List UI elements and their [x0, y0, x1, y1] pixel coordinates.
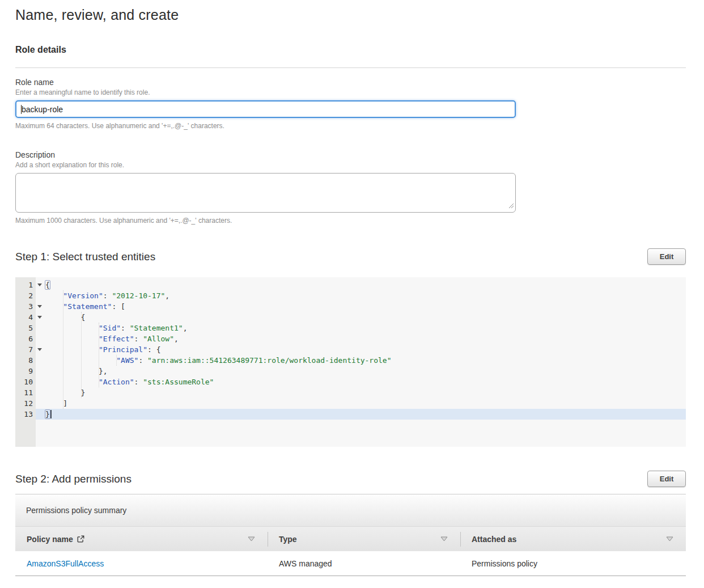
permissions-panel-title: Permissions policy summary — [15, 494, 686, 526]
fold-arrow-icon[interactable] — [37, 316, 42, 319]
code-text: { — [45, 280, 50, 290]
line-number: 5 — [15, 323, 36, 333]
editor-line-5[interactable]: 5 "Sid": "Statement1", — [15, 323, 686, 333]
fold-gutter — [36, 377, 45, 387]
editor-line-4[interactable]: 4 { — [15, 312, 686, 323]
step1-header: Step 1: Select trusted entities Edit — [15, 248, 686, 265]
role-name-constraint: Maximum 64 characters. Use alphanumeric … — [15, 122, 686, 130]
fold-gutter — [36, 290, 45, 301]
code-text: "Effect": "Allow", — [45, 333, 179, 344]
policy-name-link[interactable]: AmazonS3FullAccess — [27, 559, 104, 568]
filter-triangle-icon[interactable] — [248, 536, 255, 542]
code-text: "Sid": "Statement1", — [45, 323, 187, 333]
fold-gutter — [36, 333, 45, 344]
section-divider — [15, 67, 686, 68]
fold-gutter — [36, 387, 45, 398]
column-header-label: Attached as — [472, 535, 516, 544]
table-row: AmazonS3FullAccessAWS managedPermissions… — [15, 551, 686, 576]
fold-gutter — [36, 280, 45, 290]
page-title: Name, review, and create — [15, 7, 686, 23]
editor-line-9[interactable]: 9 }, — [15, 366, 686, 377]
editor-line-12[interactable]: 12 ] — [15, 398, 686, 409]
code-text: "Principal": { — [45, 344, 161, 355]
code-text: ] — [45, 398, 67, 409]
code-text: { — [45, 312, 85, 323]
code-text: "Action": "sts:AssumeRole" — [45, 377, 214, 387]
description-help: Add a short explanation for this role. — [15, 161, 686, 169]
permissions-table-header: Policy nameTypeAttached as — [15, 526, 686, 551]
editor-text-cursor — [50, 410, 52, 418]
fold-gutter — [36, 344, 45, 355]
text-caret — [21, 105, 22, 114]
code-text: "Version": "2012-10-17", — [45, 290, 169, 301]
role-name-field: Role name Enter a meaningful name to ide… — [15, 78, 686, 130]
step1-edit-button[interactable]: Edit — [647, 248, 686, 265]
step2-header: Step 2: Add permissions Edit — [15, 471, 686, 487]
line-number: 1 — [15, 280, 36, 290]
description-textarea[interactable] — [15, 173, 516, 213]
line-number: 7 — [15, 344, 36, 355]
fold-gutter — [36, 409, 45, 420]
editor-line-1[interactable]: 1{ — [15, 280, 686, 290]
column-header-attached-as[interactable]: Attached as — [460, 527, 686, 551]
code-text: "AWS": "arn:aws:iam::541263489771:role/w… — [45, 355, 392, 366]
fold-gutter — [36, 323, 45, 333]
filter-triangle-icon[interactable] — [440, 536, 448, 542]
filter-triangle-icon[interactable] — [666, 536, 673, 542]
permissions-table-body: AmazonS3FullAccessAWS managedPermissions… — [15, 551, 686, 576]
description-field: Description Add a short explanation for … — [15, 150, 686, 225]
editor-line-3[interactable]: 3 "Statement": [ — [15, 301, 686, 312]
fold-arrow-icon[interactable] — [37, 348, 42, 351]
fold-gutter — [36, 301, 45, 312]
line-number: 4 — [15, 312, 36, 323]
code-text: }, — [45, 366, 108, 377]
editor-line-10[interactable]: 10 "Action": "sts:AssumeRole" — [15, 377, 686, 387]
editor-line-13[interactable]: 13} — [15, 409, 686, 420]
step2-heading: Step 2: Add permissions — [15, 473, 132, 485]
role-name-label: Role name — [15, 78, 686, 87]
line-number: 6 — [15, 333, 36, 344]
editor-line-7[interactable]: 7 "Principal": { — [15, 344, 686, 355]
line-number: 9 — [15, 366, 36, 377]
column-header-label: Policy name — [27, 535, 73, 544]
fold-arrow-icon[interactable] — [37, 284, 42, 286]
code-text: "Statement": [ — [45, 301, 125, 312]
external-link-icon — [77, 535, 84, 543]
role-details-heading: Role details — [15, 45, 686, 55]
role-details-section: Role details Role name Enter a meaningfu… — [15, 45, 686, 225]
code-text: } — [45, 409, 52, 420]
description-constraint: Maximum 1000 characters. Use alphanumeri… — [15, 217, 686, 225]
editor-line-6[interactable]: 6 "Effect": "Allow", — [15, 333, 686, 344]
fold-gutter — [36, 355, 45, 366]
line-number: 8 — [15, 355, 36, 366]
line-number: 3 — [15, 301, 36, 312]
fold-gutter — [36, 366, 45, 377]
attached-as-value: Permissions policy — [460, 559, 686, 568]
iam-create-role-review-page: Name, review, and create Role details Ro… — [0, 7, 704, 588]
editor-line-8[interactable]: 8 "AWS": "arn:aws:iam::541263489771:role… — [15, 355, 686, 366]
role-name-input[interactable] — [15, 100, 516, 118]
role-name-help: Enter a meaningful name to identify this… — [15, 88, 686, 96]
code-text: } — [45, 387, 85, 398]
column-header-policy-name[interactable]: Policy name — [15, 527, 268, 551]
fold-gutter — [36, 398, 45, 409]
permissions-summary-panel: Permissions policy summary Policy nameTy… — [15, 494, 686, 576]
trust-policy-editor[interactable]: 1{2 "Version": "2012-10-17",3 "Statement… — [15, 277, 686, 447]
editor-line-2[interactable]: 2 "Version": "2012-10-17", — [15, 290, 686, 301]
line-number: 10 — [15, 377, 36, 387]
line-number: 2 — [15, 290, 36, 301]
step1-heading: Step 1: Select trusted entities — [15, 251, 155, 263]
line-number: 11 — [15, 387, 36, 398]
editor-line-11[interactable]: 11 } — [15, 387, 686, 398]
column-header-label: Type — [279, 535, 297, 544]
fold-gutter — [36, 312, 45, 323]
description-label: Description — [15, 150, 686, 159]
fold-arrow-icon[interactable] — [37, 305, 42, 308]
line-number: 13 — [15, 409, 36, 420]
line-number: 12 — [15, 398, 36, 409]
step2-edit-button[interactable]: Edit — [647, 471, 686, 487]
resize-handle-icon[interactable] — [508, 201, 514, 211]
policy-type-value: AWS managed — [268, 559, 460, 568]
column-header-type[interactable]: Type — [268, 527, 460, 551]
